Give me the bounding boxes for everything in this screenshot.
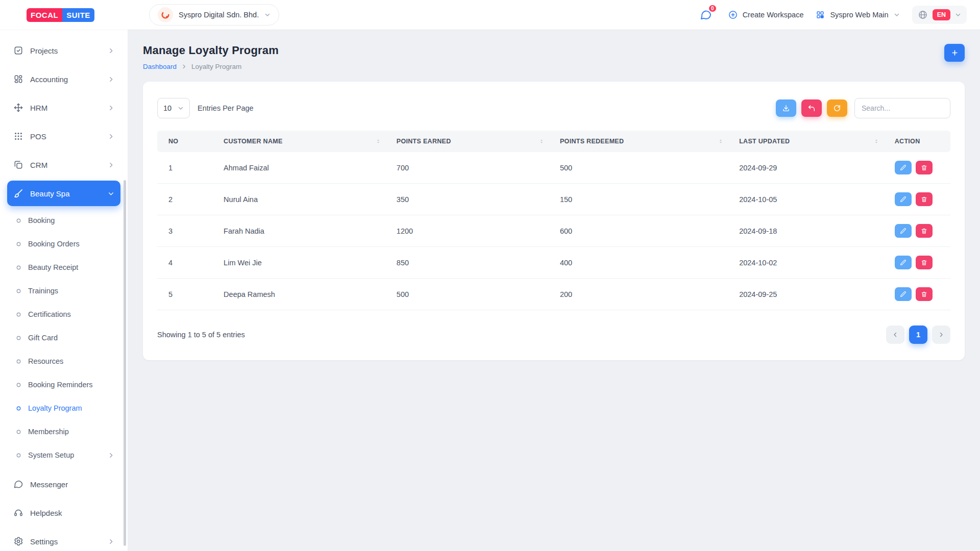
logo-focal: FOCAL: [27, 8, 62, 22]
bullet-icon: [16, 288, 21, 294]
chevron-right-icon: [108, 133, 114, 140]
delete-button[interactable]: [916, 256, 933, 269]
sidebar-scrollbar[interactable]: [124, 180, 126, 546]
sidebar-item-loyalty-program[interactable]: Loyalty Program: [7, 397, 120, 419]
column-header-last-updated[interactable]: LAST UPDATED: [733, 131, 889, 152]
chevron-right-icon: [938, 332, 944, 338]
column-header-points-redeemed[interactable]: POINTS REDEEMED: [554, 131, 733, 152]
edit-button[interactable]: [895, 192, 912, 206]
edit-button[interactable]: [895, 287, 912, 301]
prev-page-button[interactable]: [886, 325, 904, 344]
sidebar-item-helpdesk[interactable]: Helpdesk: [7, 500, 120, 525]
chevron-right-icon: [181, 64, 187, 69]
table-row: 5Deepa Ramesh5002002024-09-25: [157, 279, 950, 310]
page-button-1[interactable]: 1: [909, 325, 927, 344]
beauty-spa-icon: [13, 188, 23, 198]
sidebar-item-crm[interactable]: CRM: [7, 152, 120, 178]
company-selector[interactable]: Syspro Digital Sdn. Bhd.: [149, 4, 279, 26]
next-page-button[interactable]: [932, 325, 950, 344]
workspace-name: Syspro Web Main: [830, 11, 888, 19]
breadcrumb-current: Loyalty Program: [191, 63, 241, 70]
chevron-right-icon: [108, 47, 114, 54]
add-loyalty-button[interactable]: [944, 44, 965, 62]
sort-icon[interactable]: [873, 138, 879, 144]
delete-button[interactable]: [916, 161, 933, 174]
sidebar-item-settings[interactable]: Settings: [7, 529, 120, 551]
sort-icon[interactable]: [538, 138, 545, 144]
entries-per-page-label: Entries Per Page: [198, 104, 254, 112]
settings-icon: [13, 536, 23, 546]
projects-icon: [13, 45, 23, 56]
sort-icon[interactable]: [718, 138, 724, 144]
chevron-right-icon: [108, 162, 114, 168]
edit-button[interactable]: [895, 224, 912, 238]
sidebar-item-messenger[interactable]: Messenger: [7, 471, 120, 497]
edit-button[interactable]: [895, 161, 912, 174]
create-workspace-label: Create Workspace: [743, 11, 804, 19]
sidebar-item-label: Messenger: [30, 480, 68, 489]
cell-last-updated: 2024-09-29: [733, 152, 889, 184]
cell-no: 4: [157, 247, 217, 279]
cell-points-redeemed: 400: [554, 247, 733, 279]
logo-wrap: FOCALSUITE: [0, 8, 128, 22]
sidebar-item-booking-reminders[interactable]: Booking Reminders: [7, 373, 120, 396]
sidebar-item-booking[interactable]: Booking: [7, 209, 120, 232]
breadcrumb-dashboard-link[interactable]: Dashboard: [143, 63, 177, 70]
sidebar-item-gift-card[interactable]: Gift Card: [7, 327, 120, 349]
search-input[interactable]: [854, 98, 950, 118]
app-logo[interactable]: FOCALSUITE: [27, 8, 94, 22]
column-header-customer-name[interactable]: CUSTOMER NAME: [217, 131, 390, 152]
messenger-icon: [13, 479, 23, 489]
grid-icon: [816, 10, 825, 19]
sidebar-item-projects[interactable]: Projects: [7, 38, 120, 63]
sidebar-item-membership[interactable]: Membership: [7, 420, 120, 443]
table-header-row: NOCUSTOMER NAMEPOINTS EARNEDPOINTS REDEE…: [157, 131, 950, 152]
delete-button[interactable]: [916, 287, 933, 301]
messages-button[interactable]: 0: [696, 5, 716, 24]
loyalty-table: NOCUSTOMER NAMEPOINTS EARNEDPOINTS REDEE…: [157, 131, 950, 310]
refresh-button[interactable]: [827, 99, 847, 117]
language-badge: EN: [933, 9, 950, 20]
column-header-label: CUSTOMER NAME: [224, 138, 282, 145]
delete-button[interactable]: [916, 192, 933, 206]
sidebar-item-trainings[interactable]: Trainings: [7, 280, 120, 302]
sidebar-item-label: Booking Orders: [28, 240, 80, 248]
bullet-icon: [16, 265, 21, 270]
sidebar-item-accounting[interactable]: Accounting: [7, 66, 120, 92]
sidebar-item-beauty-spa[interactable]: Beauty Spa: [7, 181, 120, 206]
cell-action: [889, 279, 950, 310]
helpdesk-icon: [13, 508, 23, 518]
bullet-icon: [16, 335, 21, 341]
bullet-icon: [16, 382, 21, 388]
sidebar-item-pos[interactable]: POS: [7, 123, 120, 149]
sidebar-item-booking-orders[interactable]: Booking Orders: [7, 233, 120, 255]
sidebar-item-hrm[interactable]: HRM: [7, 95, 120, 120]
sidebar-item-beauty-receipt[interactable]: Beauty Receipt: [7, 256, 120, 279]
entries-per-page-select[interactable]: 10: [157, 98, 190, 118]
download-button[interactable]: [776, 99, 796, 117]
sidebar-item-label: Booking: [28, 216, 55, 224]
plus-circle-icon: [728, 10, 738, 20]
cell-customer-name: Farah Nadia: [217, 215, 390, 247]
sort-icon[interactable]: [375, 138, 381, 144]
delete-button[interactable]: [916, 224, 933, 238]
chevron-down-icon: [108, 190, 114, 197]
sidebar-item-system-setup[interactable]: System Setup: [7, 444, 120, 466]
workspace-selector[interactable]: Syspro Web Main: [816, 10, 899, 19]
column-header-label: POINTS EARNED: [397, 138, 451, 145]
company-logo-icon: [158, 7, 173, 22]
cell-action: [889, 247, 950, 279]
bullet-icon: [16, 312, 21, 317]
create-workspace-button[interactable]: Create Workspace: [728, 10, 804, 20]
breadcrumb: Dashboard Loyalty Program: [143, 63, 279, 70]
table-row: 4Lim Wei Jie8504002024-10-02: [157, 247, 950, 279]
edit-button[interactable]: [895, 256, 912, 269]
column-header-points-earned[interactable]: POINTS EARNED: [390, 131, 554, 152]
sidebar-item-resources[interactable]: Resources: [7, 350, 120, 372]
undo-button[interactable]: [801, 99, 822, 117]
language-selector[interactable]: EN: [912, 6, 967, 24]
sidebar-item-certifications[interactable]: Certifications: [7, 303, 120, 325]
cell-action: [889, 184, 950, 215]
loyalty-card: 10 Entries Per Page: [143, 82, 965, 360]
bullet-icon: [16, 429, 21, 435]
